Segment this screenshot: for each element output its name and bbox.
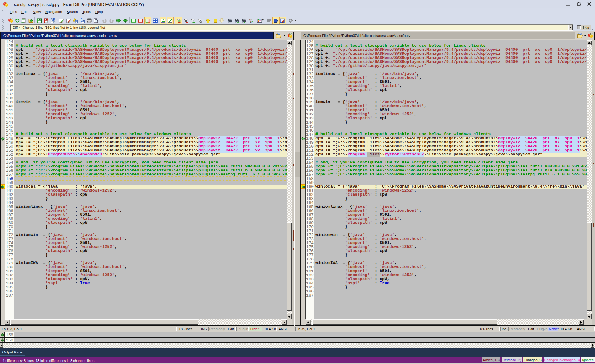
svg-text:B: B [252, 21, 253, 23]
